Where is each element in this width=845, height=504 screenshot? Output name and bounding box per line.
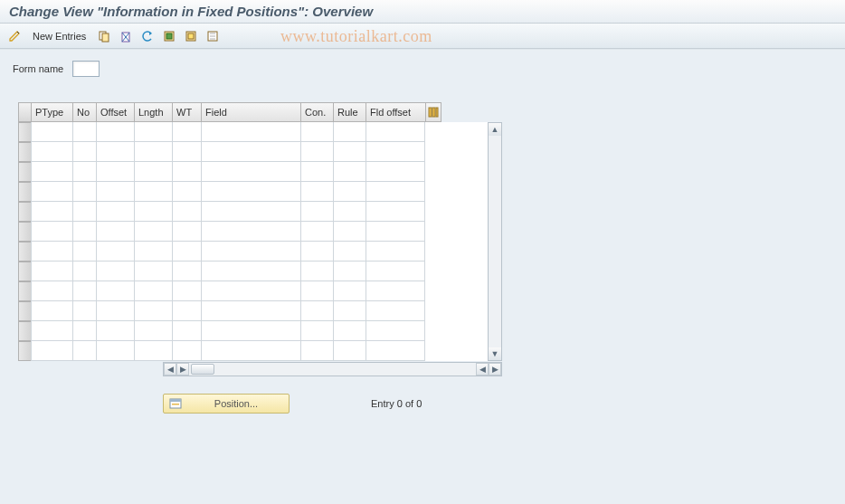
scroll-right-inner-icon[interactable]: ▶: [176, 363, 189, 376]
grid-cell[interactable]: [134, 202, 172, 222]
row-selector[interactable]: [18, 182, 31, 202]
grid-cell[interactable]: [366, 182, 425, 202]
grid-cell[interactable]: [134, 341, 172, 361]
grid-cell[interactable]: [31, 202, 72, 222]
grid-cell[interactable]: [31, 122, 72, 142]
grid-cell[interactable]: [300, 222, 333, 242]
grid-cell[interactable]: [72, 341, 96, 361]
grid-cell[interactable]: [72, 321, 96, 341]
grid-cell[interactable]: [366, 222, 425, 242]
table-row[interactable]: [18, 301, 502, 321]
table-row[interactable]: [18, 122, 502, 142]
grid-cell[interactable]: [366, 321, 425, 341]
col-no[interactable]: No: [72, 102, 96, 122]
grid-cell[interactable]: [31, 341, 72, 361]
row-selector[interactable]: [18, 222, 31, 242]
grid-cell[interactable]: [333, 281, 366, 301]
row-selector[interactable]: [18, 321, 31, 341]
scroll-thumb[interactable]: [191, 364, 214, 375]
grid-cell[interactable]: [333, 202, 366, 222]
grid-cell[interactable]: [31, 142, 72, 162]
vertical-scrollbar[interactable]: ▲ ▼: [488, 122, 502, 361]
grid-cell[interactable]: [31, 162, 72, 182]
grid-cell[interactable]: [201, 182, 300, 202]
select-all-icon[interactable]: [160, 27, 178, 45]
grid-cell[interactable]: [96, 301, 134, 321]
grid-cell[interactable]: [300, 142, 333, 162]
configure-columns-icon[interactable]: [425, 102, 441, 122]
grid-cell[interactable]: [134, 222, 172, 242]
scroll-up-icon[interactable]: ▲: [489, 123, 501, 136]
grid-cell[interactable]: [300, 202, 333, 222]
grid-cell[interactable]: [31, 262, 72, 281]
grid-cell[interactable]: [31, 242, 72, 262]
grid-cell[interactable]: [201, 242, 300, 262]
grid-cell[interactable]: [366, 162, 425, 182]
delete-icon[interactable]: [117, 27, 135, 45]
table-row[interactable]: [18, 281, 502, 301]
col-wt[interactable]: WT: [172, 102, 201, 122]
horizontal-scrollbar[interactable]: ◀ ▶ ◀ ▶: [163, 362, 502, 376]
grid-cell[interactable]: [201, 162, 300, 182]
grid-cell[interactable]: [333, 122, 366, 142]
col-rule[interactable]: Rule: [333, 102, 366, 122]
grid-cell[interactable]: [333, 182, 366, 202]
grid-cell[interactable]: [31, 321, 72, 341]
grid-cell[interactable]: [172, 321, 201, 341]
grid-cell[interactable]: [300, 281, 333, 301]
grid-cell[interactable]: [201, 281, 300, 301]
grid-cell[interactable]: [134, 242, 172, 262]
grid-cell[interactable]: [134, 262, 172, 281]
col-fldoffset[interactable]: Fld offset: [366, 102, 425, 122]
grid-cell[interactable]: [72, 122, 96, 142]
grid-cell[interactable]: [172, 301, 201, 321]
grid-cell[interactable]: [72, 262, 96, 281]
col-lngth[interactable]: Lngth: [134, 102, 172, 122]
table-row[interactable]: [18, 182, 502, 202]
grid-cell[interactable]: [366, 301, 425, 321]
grid-cell[interactable]: [201, 222, 300, 242]
grid-cell[interactable]: [96, 321, 134, 341]
grid-cell[interactable]: [333, 341, 366, 361]
grid-cell[interactable]: [201, 142, 300, 162]
grid-cell[interactable]: [172, 262, 201, 281]
new-entries-button[interactable]: New Entries: [27, 27, 91, 45]
grid-cell[interactable]: [96, 341, 134, 361]
grid-cell[interactable]: [300, 242, 333, 262]
grid-cell[interactable]: [134, 122, 172, 142]
grid-cell[interactable]: [201, 262, 300, 281]
grid-cell[interactable]: [72, 301, 96, 321]
grid-cell[interactable]: [96, 122, 134, 142]
row-selector[interactable]: [18, 122, 31, 142]
row-selector[interactable]: [18, 341, 31, 361]
grid-cell[interactable]: [72, 242, 96, 262]
scroll-left-icon[interactable]: ◀: [164, 363, 176, 376]
grid-cell[interactable]: [96, 222, 134, 242]
col-ptype[interactable]: PType: [31, 102, 72, 122]
grid-cell[interactable]: [31, 182, 72, 202]
position-button[interactable]: Position...: [163, 394, 290, 414]
grid-cell[interactable]: [172, 222, 201, 242]
grid-cell[interactable]: [300, 301, 333, 321]
deselect-all-icon[interactable]: [204, 27, 222, 45]
grid-cell[interactable]: [366, 341, 425, 361]
grid-cell[interactable]: [172, 122, 201, 142]
grid-cell[interactable]: [366, 142, 425, 162]
table-row[interactable]: [18, 142, 502, 162]
grid-cell[interactable]: [300, 182, 333, 202]
table-row[interactable]: [18, 202, 502, 222]
grid-cell[interactable]: [172, 242, 201, 262]
grid-cell[interactable]: [333, 321, 366, 341]
table-row[interactable]: [18, 222, 502, 242]
scroll-right-icon[interactable]: ▶: [489, 363, 501, 376]
grid-cell[interactable]: [96, 182, 134, 202]
grid-cell[interactable]: [72, 182, 96, 202]
undo-icon[interactable]: [138, 27, 157, 45]
grid-cell[interactable]: [333, 162, 366, 182]
grid-cell[interactable]: [31, 301, 72, 321]
col-offset[interactable]: Offset: [96, 102, 134, 122]
grid-cell[interactable]: [134, 142, 172, 162]
grid-cell[interactable]: [366, 242, 425, 262]
row-selector[interactable]: [18, 242, 31, 262]
grid-cell[interactable]: [172, 281, 201, 301]
